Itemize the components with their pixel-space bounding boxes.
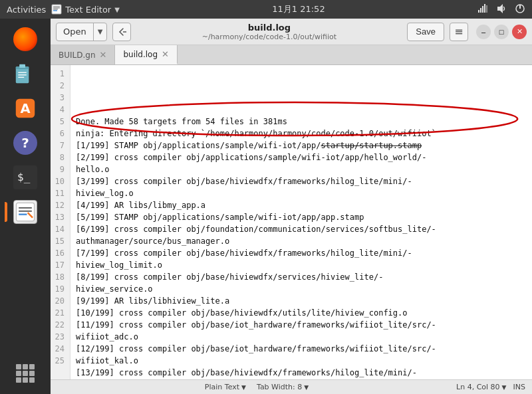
code-area[interactable]: Done. Made 58 targets from 54 files in 3… xyxy=(70,65,532,379)
sidebar-item-help[interactable]: ? xyxy=(10,128,41,158)
code-line-14: [8/199] cross compiler obj/base/hiviewdf… xyxy=(76,271,527,283)
editor-window: Open ▼ build.log ~/harmony/code/code-1.0… xyxy=(51,19,532,394)
tab-buildgn-close[interactable]: ✕ xyxy=(100,50,107,59)
code-line-15: hiview_service.o xyxy=(76,283,527,295)
header-filename: build.log xyxy=(248,23,291,33)
app-menu-arrow[interactable]: ▼ xyxy=(114,6,120,13)
ins-indicator: INS xyxy=(513,383,525,391)
code-line-3: [1/199] STAMP obj/applications/sample/wi… xyxy=(76,140,527,151)
code-line-16: [9/199] AR libs/libhiview_lite.a xyxy=(76,295,527,307)
editor-header: Open ▼ build.log ~/harmony/code/code-1.0… xyxy=(51,19,532,45)
power-icon[interactable] xyxy=(515,3,525,16)
svg-marker-10 xyxy=(497,4,503,13)
code-line-12: [7/199] cross compiler obj/base/hiviewdf… xyxy=(76,247,527,259)
svg-rect-9 xyxy=(486,5,487,13)
tab-buildlog-close[interactable]: ✕ xyxy=(162,50,169,58)
back-button[interactable] xyxy=(112,23,131,41)
line-numbers: 1234567891011121314151617181920212223242… xyxy=(51,65,70,379)
window-controls: – □ ✕ xyxy=(476,25,527,39)
code-line-17: [10/199] cross compiler obj/base/hiviewd… xyxy=(76,307,527,319)
datetime-display: 11月1 21:52 xyxy=(272,3,325,15)
top-bar: Activities Text Editor ▼ 11月1 21:52 xyxy=(0,0,532,19)
code-line-4: [2/199] cross compiler obj/applications/… xyxy=(76,151,527,163)
svg-text:$_: $_ xyxy=(17,171,31,183)
code-line-2: ninja: Entering directory `/home/harmony… xyxy=(76,128,527,140)
tabs-bar: BUILD.gn ✕ build.log ✕ xyxy=(51,45,532,65)
save-button[interactable]: Save xyxy=(407,23,444,41)
system-tray xyxy=(477,3,525,16)
sidebar-item-appgrid[interactable] xyxy=(10,358,41,389)
plain-text-chevron: ▼ xyxy=(241,384,246,391)
volume-icon[interactable] xyxy=(496,3,507,16)
status-center: Plain Text ▼ Tab Width: 8 ▼ xyxy=(205,383,309,391)
header-filepath: ~/harmony/code/code-1.0/out/wifiiot xyxy=(202,33,336,41)
main-area: A ? $_ xyxy=(0,19,532,394)
code-line-21: wifiiot_kal.o xyxy=(76,355,527,367)
activities-button[interactable]: Activities xyxy=(7,5,46,15)
menu-button[interactable]: ≡ xyxy=(450,23,468,41)
sidebar-item-texteditor[interactable] xyxy=(10,197,41,227)
open-button-label[interactable]: Open xyxy=(57,23,94,41)
editor-content: 1234567891011121314151617181920212223242… xyxy=(51,65,532,379)
code-line-9: [5/199] STAMP obj/applications/sample/wi… xyxy=(76,211,527,223)
code-line-19: wifiiot_adc.o xyxy=(76,331,527,343)
code-line-1: Done. Made 58 targets from 54 files in 3… xyxy=(76,116,527,128)
code-line-11: authmanager/source/bus_manager.o xyxy=(76,235,527,247)
svg-rect-8 xyxy=(484,4,485,13)
maximize-button[interactable]: □ xyxy=(494,25,509,39)
ln-col-chevron: ▼ xyxy=(502,384,507,391)
svg-rect-15 xyxy=(19,64,25,68)
code-line-5: hello.o xyxy=(76,163,527,175)
sidebar: A ? $_ xyxy=(0,19,51,394)
sidebar-item-appstore[interactable]: A xyxy=(10,93,41,124)
minimize-button[interactable]: – xyxy=(476,25,491,39)
open-button-arrow[interactable]: ▼ xyxy=(94,23,107,41)
tab-width-label: Tab Width: 8 xyxy=(257,383,302,391)
code-line-10: [6/199] cross compiler obj/foundation/co… xyxy=(76,223,527,235)
svg-text:A: A xyxy=(20,101,31,116)
status-right: Ln 4, Col 80 ▼ INS xyxy=(456,383,525,391)
code-line-23: hiview_output_log.o xyxy=(76,379,527,379)
sidebar-item-terminal[interactable]: $_ xyxy=(10,162,41,193)
ln-col-text: Ln 4, Col 80 xyxy=(456,383,500,391)
app-title-bar: Text Editor ▼ xyxy=(51,4,120,15)
network-icon[interactable] xyxy=(477,3,488,16)
svg-rect-6 xyxy=(480,8,481,13)
app-title-text: Text Editor xyxy=(65,5,111,15)
open-button[interactable]: Open ▼ xyxy=(56,23,107,41)
svg-rect-7 xyxy=(482,6,483,13)
code-line-18: [11/199] cross compiler obj/base/iot_har… xyxy=(76,319,527,331)
code-line-7: hiview_log.o xyxy=(76,187,527,199)
code-line-20: [12/199] cross compiler obj/base/iot_har… xyxy=(76,343,527,355)
header-title-area: build.log ~/harmony/code/code-1.0/out/wi… xyxy=(136,23,402,41)
ln-col-display[interactable]: Ln 4, Col 80 ▼ xyxy=(456,383,506,391)
tab-buildlog-label: build.log xyxy=(123,50,158,59)
sidebar-item-files[interactable] xyxy=(10,58,41,89)
tab-width-dropdown[interactable]: Tab Width: 8 ▼ xyxy=(257,383,309,391)
text-editor-icon-small xyxy=(51,4,62,15)
plain-text-label: Plain Text xyxy=(205,383,239,391)
code-line-8: [4/199] AR libs/libmy_app.a xyxy=(76,199,527,211)
svg-rect-5 xyxy=(478,10,479,13)
tab-buildgn-label: BUILD.gn xyxy=(59,50,96,60)
svg-rect-23 xyxy=(16,203,34,221)
tab-buildgn[interactable]: BUILD.gn ✕ xyxy=(51,45,115,64)
code-line-13: hiview_log_limit.o xyxy=(76,259,527,271)
close-button[interactable]: ✕ xyxy=(512,25,527,39)
status-bar: Plain Text ▼ Tab Width: 8 ▼ Ln 4, Col 80… xyxy=(51,379,532,394)
tab-buildlog[interactable]: build.log ✕ xyxy=(115,45,178,64)
tab-width-chevron: ▼ xyxy=(304,384,309,391)
sidebar-item-firefox[interactable] xyxy=(10,24,41,54)
code-line-6: [3/199] cross compiler obj/base/hiviewdf… xyxy=(76,175,527,187)
plain-text-dropdown[interactable]: Plain Text ▼ xyxy=(205,383,246,391)
code-line-22: [13/199] cross compiler obj/base/hiviewd… xyxy=(76,367,527,379)
